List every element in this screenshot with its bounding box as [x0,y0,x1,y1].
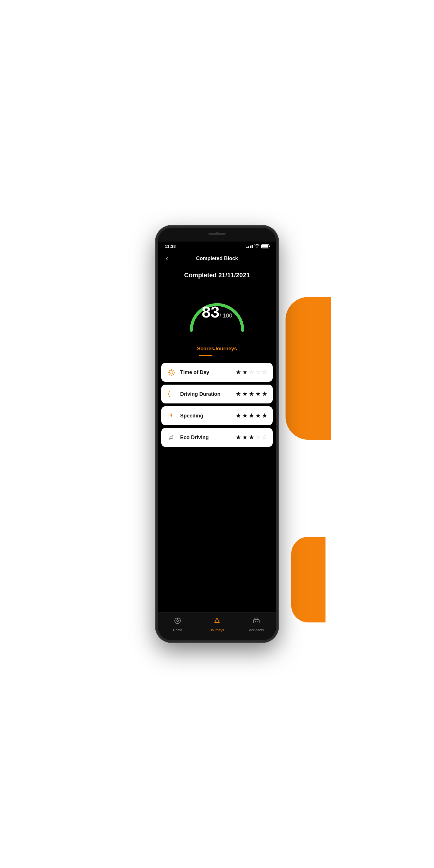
time-of-day-stars: ★ ★ ☆ ☆ ☆ [236,369,268,376]
driving-duration-icon [166,389,176,399]
nav-item-home[interactable]: Home [158,617,197,632]
gauge-denominator: / 100 [220,312,232,319]
score-item-driving-duration[interactable]: Driving Duration ★ ★ ★ ★ ★ [161,384,273,403]
speeding-label: Speeding [180,413,231,419]
tab-bar: Scores Journeys [197,342,237,356]
accidents-label: Accidents [249,628,264,632]
status-icons [246,244,269,249]
svg-point-0 [169,371,173,374]
bottom-navigation: Home Journeys [158,613,276,640]
back-button[interactable]: ‹ [164,253,170,264]
driving-duration-label: Driving Duration [180,391,231,397]
gauge-score-display: 83 / 100 [202,304,232,320]
accidents-icon [252,617,260,626]
phone-frame: 11:38 [156,225,278,643]
svg-line-5 [169,370,169,371]
side-button [278,285,278,302]
svg-line-6 [173,374,174,375]
home-icon [174,617,182,626]
svg-rect-16 [257,621,257,622]
nav-item-journeys[interactable]: Journeys [197,617,237,632]
svg-point-11 [177,620,179,622]
speeding-icon [166,411,176,421]
journeys-label: Journeys [210,628,224,632]
driving-duration-stars: ★ ★ ★ ★ ★ [236,390,268,398]
home-label: Home [173,628,182,632]
header: ‹ Completed Block [158,250,276,267]
page-wrapper: 11:38 [108,217,326,651]
speaker-grille [209,233,225,235]
score-item-eco-driving[interactable]: Eco Driving ★ ★ ★ ☆ ☆ [161,428,273,447]
content-spacer [158,447,276,613]
svg-rect-14 [253,620,259,623]
tab-journeys[interactable]: Journeys [214,342,237,356]
orange-decoration-bottom [291,537,326,622]
wifi-icon [254,244,259,249]
score-section: Completed 21/11/2021 83 / 100 [158,267,276,363]
eco-driving-stars: ★ ★ ★ ☆ ☆ [236,434,268,441]
score-list: Time of Day ★ ★ ☆ ☆ ☆ [158,363,276,447]
score-item-speeding[interactable]: Speeding ★ ★ ★ ★ ★ [161,406,273,425]
eco-driving-icon [166,433,176,442]
battery-icon [261,244,269,248]
gauge-number: 83 [202,304,220,320]
screen: 11:38 [158,242,276,640]
svg-line-7 [173,370,174,371]
time-display: 11:38 [165,244,176,249]
svg-rect-15 [255,621,256,622]
speeding-stars: ★ ★ ★ ★ ★ [236,412,268,420]
page-title: Completed Block [196,255,238,261]
orange-decoration-right [285,297,331,440]
phone-notch [158,228,276,242]
time-of-day-label: Time of Day [180,369,231,375]
time-of-day-icon [166,368,176,377]
svg-line-8 [169,374,169,375]
journeys-icon [213,617,221,626]
status-bar: 11:38 [158,242,276,250]
score-item-time-of-day[interactable]: Time of Day ★ ★ ☆ ☆ ☆ [161,363,273,382]
score-gauge: 83 / 100 [183,285,251,336]
completed-date: Completed 21/11/2021 [184,272,250,279]
eco-driving-label: Eco Driving [180,435,231,440]
nav-item-accidents[interactable]: Accidents [237,617,276,632]
signal-icon [246,245,253,248]
tab-scores[interactable]: Scores [197,342,214,356]
